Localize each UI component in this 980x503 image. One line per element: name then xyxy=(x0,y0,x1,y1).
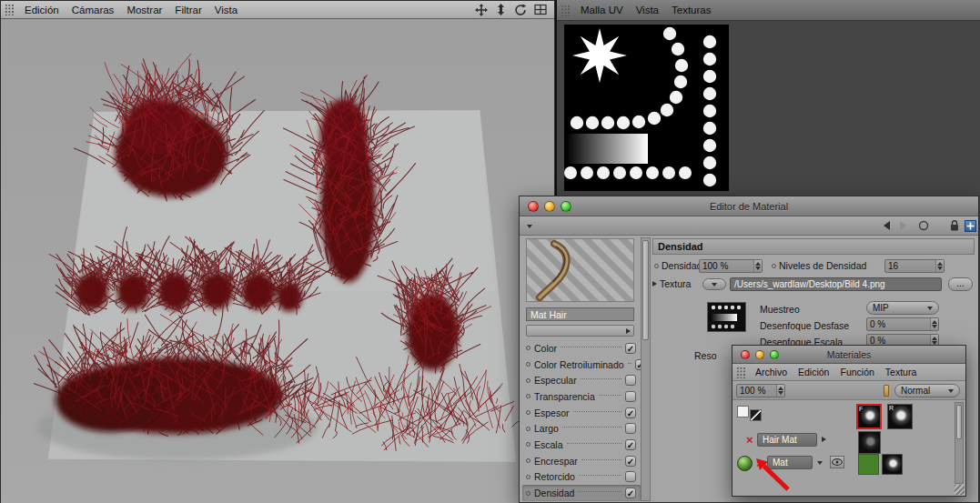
stepper[interactable] xyxy=(935,260,944,272)
panel-collapse-icon[interactable] xyxy=(527,225,532,228)
menu-item-camaras[interactable]: Cámaras xyxy=(72,5,115,15)
menu-item-edicion[interactable]: Edición xyxy=(25,5,59,15)
pen-layer-icon[interactable] xyxy=(750,409,762,421)
texture-path-field[interactable]: /Users/s_wardlaw/Desktop/Bild 4.png xyxy=(730,277,942,291)
dolly-icon[interactable] xyxy=(495,4,507,16)
stepper-down-icon[interactable] xyxy=(937,267,943,270)
channel-checkbox[interactable]: ✓ xyxy=(625,488,636,498)
channel-row-densidad[interactable]: Densidad✓ xyxy=(522,485,641,501)
menu-item-mostrar[interactable]: Mostrar xyxy=(126,5,162,15)
browse-button[interactable]: ... xyxy=(948,277,973,291)
minimize-button[interactable] xyxy=(755,350,764,359)
viewport-canvas[interactable] xyxy=(1,19,554,503)
stepper-down-icon[interactable] xyxy=(778,391,783,395)
stepper[interactable] xyxy=(753,260,762,272)
menu-item-funcion[interactable]: Función xyxy=(840,367,874,377)
channel-row-encrespar[interactable]: Encrespar✓ xyxy=(522,453,641,469)
stepper[interactable] xyxy=(776,385,784,397)
materials-titlebar[interactable]: Materiales xyxy=(732,346,965,364)
blend-mode-dropdown[interactable]: Normal xyxy=(894,384,960,397)
scrollbar-thumb[interactable] xyxy=(642,240,649,340)
menu-item-archivo[interactable]: Archivo xyxy=(755,367,787,377)
menu-item-textura[interactable]: Textura xyxy=(885,367,916,377)
zoom-button[interactable] xyxy=(770,350,779,359)
delete-icon[interactable]: × xyxy=(756,459,763,468)
channel-row-color[interactable]: Color✓ xyxy=(522,340,641,357)
material-sphere-icon[interactable] xyxy=(737,456,753,471)
expand-arrow-icon[interactable] xyxy=(652,281,657,287)
resize-grip[interactable] xyxy=(955,485,965,495)
zoom-button[interactable] xyxy=(561,201,571,212)
channel-row-transparencia[interactable]: Transparencia xyxy=(522,388,641,405)
sampling-dropdown[interactable]: MIP xyxy=(866,301,939,315)
menu-item-texturas[interactable]: Texturas xyxy=(672,5,711,15)
compare-icon[interactable] xyxy=(918,220,929,231)
menu-item-vista[interactable]: Vista xyxy=(636,5,659,15)
zoom-value-field[interactable]: 100 % xyxy=(736,384,785,397)
white-layer-icon[interactable] xyxy=(737,406,749,417)
texture-tag-icon[interactable] xyxy=(884,385,889,397)
forward-icon[interactable] xyxy=(900,221,906,230)
material-preview[interactable] xyxy=(526,238,634,302)
material-thumbnail-bw[interactable] xyxy=(882,454,903,475)
texture-options-button[interactable] xyxy=(702,278,726,290)
close-button[interactable] xyxy=(528,201,539,212)
menu-item-malla-uv[interactable]: Malla UV xyxy=(581,5,623,15)
channel-checkbox[interactable]: ✓ xyxy=(625,343,636,354)
stepper-down-icon[interactable] xyxy=(932,325,937,328)
texture-canvas[interactable] xyxy=(564,25,729,191)
menu-item-edicion[interactable]: Edición xyxy=(798,367,829,377)
stepper-up-icon[interactable] xyxy=(778,387,783,390)
channel-checkbox[interactable] xyxy=(625,423,636,434)
minimize-button[interactable] xyxy=(544,201,555,212)
add-tab-button[interactable] xyxy=(965,220,976,232)
stepper-up-icon[interactable] xyxy=(755,262,761,266)
grip-handle-icon[interactable] xyxy=(736,367,746,378)
material-editor-titlebar[interactable]: Editor de Material xyxy=(520,196,978,216)
channel-row-especular[interactable]: Especular xyxy=(522,372,641,388)
lock-icon[interactable] xyxy=(949,219,960,232)
layer-thumbnail-r[interactable]: R xyxy=(887,404,913,429)
material-name-mat[interactable]: Mat xyxy=(767,456,813,469)
stepper-up-icon[interactable] xyxy=(932,320,937,324)
channel-row-largo[interactable]: Largo xyxy=(522,420,641,437)
stepper-down-icon[interactable] xyxy=(755,267,761,270)
grip-handle-icon[interactable] xyxy=(5,4,15,15)
menu-item-vista[interactable]: Vista xyxy=(215,5,237,15)
stepper-up-icon[interactable] xyxy=(932,337,937,340)
material-name-field[interactable]: Mat Hair xyxy=(526,307,634,321)
channel-row-retroiluminado[interactable]: Color Retroiluminado✓ xyxy=(522,357,641,373)
density-value-field[interactable]: 100 % xyxy=(699,259,763,273)
rotate-icon[interactable] xyxy=(514,4,527,16)
grip-handle-icon[interactable] xyxy=(561,5,571,16)
stepper[interactable] xyxy=(930,318,938,330)
scrollbar-thumb[interactable] xyxy=(956,405,962,439)
preset-dropdown[interactable] xyxy=(526,325,634,337)
material-thumbnail-green[interactable] xyxy=(858,454,879,475)
layer-thumbnail-f[interactable]: F xyxy=(856,404,882,429)
channel-row-espesor[interactable]: Espesor✓ xyxy=(522,405,641,421)
material-editor-scrollbar[interactable] xyxy=(641,237,651,501)
delete-icon[interactable]: × xyxy=(746,436,753,445)
texture-label-row[interactable]: Textura xyxy=(652,278,691,289)
levels-value-field[interactable]: 16 xyxy=(884,259,945,273)
channel-checkbox[interactable]: ✓ xyxy=(625,439,636,450)
channel-row-escala[interactable]: Escala✓ xyxy=(522,437,641,453)
materials-scrollbar[interactable] xyxy=(955,402,964,484)
layout-toggle-icon[interactable] xyxy=(534,4,547,15)
menu-item-filtrar[interactable]: Filtrar xyxy=(175,5,201,15)
back-icon[interactable] xyxy=(884,221,890,230)
texture-mip-thumbnail[interactable] xyxy=(707,302,746,332)
close-button[interactable] xyxy=(741,350,750,359)
channel-checkbox[interactable] xyxy=(625,471,636,482)
visibility-toggle[interactable] xyxy=(830,456,844,468)
channel-checkbox[interactable] xyxy=(625,375,636,386)
material-thumbnail-hair[interactable] xyxy=(858,431,881,454)
pan-icon[interactable] xyxy=(475,4,488,16)
channel-checkbox[interactable]: ✓ xyxy=(625,407,636,418)
channel-checkbox[interactable]: ✓ xyxy=(625,456,636,467)
channel-checkbox[interactable] xyxy=(625,391,636,402)
expand-arrow-icon[interactable] xyxy=(822,437,826,442)
material-name-hair-mat[interactable]: Hair Mat xyxy=(757,433,817,447)
blur-offset-field[interactable]: 0 % xyxy=(866,317,939,331)
